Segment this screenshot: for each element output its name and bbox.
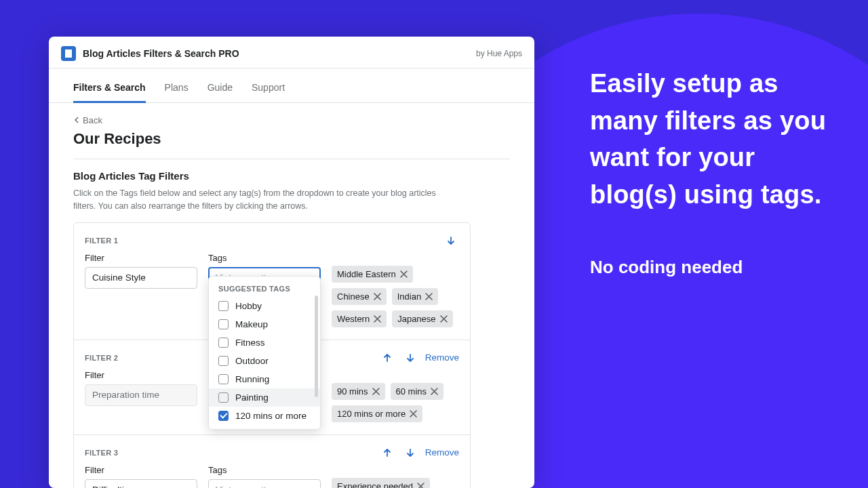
remove-tag-icon[interactable] xyxy=(440,315,448,323)
filter-name-input[interactable] xyxy=(85,267,197,289)
filter-number: FILTER 1 xyxy=(85,237,118,245)
remove-tag-icon[interactable] xyxy=(410,410,417,418)
suggested-tag-option[interactable]: Hobby xyxy=(209,297,320,315)
suggested-tag-option[interactable]: Makeup xyxy=(209,315,320,333)
filter-block-3: FILTER 3 Remove Filter Tags xyxy=(74,435,470,489)
tag-chip: Chinese xyxy=(332,288,387,305)
filter-name-input[interactable] xyxy=(85,479,197,489)
chip-label: 60 mins xyxy=(396,386,427,396)
chip-label: Indian xyxy=(397,291,421,302)
chip-label: Middle Eastern xyxy=(337,269,396,279)
app-title: Blog Articles Filters & Search PRO xyxy=(83,48,239,59)
tag-chip: Experience needed xyxy=(332,478,430,489)
tag-chip: Western xyxy=(332,310,387,327)
promo-headline: Easily setup as many filters as you want… xyxy=(590,65,834,214)
remove-tag-icon[interactable] xyxy=(431,388,438,395)
remove-filter-link[interactable]: Remove xyxy=(425,447,459,458)
suggested-tag-option[interactable]: 120 mins or more xyxy=(209,407,320,425)
tags-label: Tags xyxy=(208,253,321,263)
dropdown-scrollbar[interactable] xyxy=(315,296,318,397)
option-label: 120 mins or more xyxy=(235,411,307,421)
option-label: Makeup xyxy=(235,319,268,329)
checkbox[interactable] xyxy=(218,356,229,366)
back-link[interactable]: Back xyxy=(73,115,102,125)
remove-tag-icon[interactable] xyxy=(374,293,381,300)
tags-input[interactable] xyxy=(208,479,321,489)
chip-label: 120 mins or more xyxy=(337,409,406,419)
filter-name-input[interactable] xyxy=(85,384,197,406)
section-help: Click on the Tags field below and select… xyxy=(73,187,453,213)
app-card: Blog Articles Filters & Search PRO by Hu… xyxy=(49,37,534,488)
tab-plans[interactable]: Plans xyxy=(165,75,189,102)
filter-block-1: FILTER 1 Filter Tags SUGGESTED TAGS xyxy=(74,223,470,340)
move-down-button[interactable] xyxy=(402,445,418,461)
promo-sub: No coding needed xyxy=(590,257,834,278)
filter-label: Filter xyxy=(85,370,197,380)
option-label: Outdoor xyxy=(235,356,269,366)
suggested-tag-option[interactable]: Fitness xyxy=(209,333,320,352)
remove-tag-icon[interactable] xyxy=(374,315,381,323)
remove-tag-icon[interactable] xyxy=(425,293,433,300)
suggested-tags-dropdown: SUGGESTED TAGS HobbyMakeupFitnessOutdoor… xyxy=(208,276,321,430)
move-up-button[interactable] xyxy=(379,350,395,366)
remove-filter-link[interactable]: Remove xyxy=(425,352,459,363)
tags-label: Tags xyxy=(208,465,321,475)
tab-support[interactable]: Support xyxy=(252,75,285,102)
filter-number: FILTER 2 xyxy=(85,354,118,362)
remove-tag-icon[interactable] xyxy=(372,388,380,395)
suggested-tag-option[interactable]: Running xyxy=(209,370,320,388)
filter-label: Filter xyxy=(85,253,197,263)
chip-label: 90 mins xyxy=(337,386,368,396)
page-title: Our Recipes xyxy=(73,130,510,148)
option-label: Painting xyxy=(235,392,269,403)
option-label: Hobby xyxy=(235,301,262,311)
checkbox[interactable] xyxy=(218,338,229,348)
filters-container: FILTER 1 Filter Tags SUGGESTED TAGS xyxy=(73,222,471,489)
filter-number: FILTER 3 xyxy=(85,449,118,457)
suggested-tag-option[interactable]: Painting xyxy=(209,388,320,407)
filter-label: Filter xyxy=(85,465,197,475)
option-label: Running xyxy=(235,374,269,384)
topbar: Blog Articles Filters & Search PRO by Hu… xyxy=(49,37,534,68)
chevron-left-icon xyxy=(73,117,80,123)
promo-panel: Easily setup as many filters as you want… xyxy=(590,65,834,278)
tag-chip: Middle Eastern xyxy=(332,266,413,283)
app-by: by Hue Apps xyxy=(476,49,522,58)
tag-chip: Japanese xyxy=(392,310,452,327)
option-label: Fitness xyxy=(235,338,265,348)
tag-chip: Indian xyxy=(392,288,438,305)
section-title: Blog Articles Tag Filters xyxy=(73,170,510,182)
checkbox[interactable] xyxy=(218,392,229,403)
chip-label: Japanese xyxy=(397,314,435,324)
suggested-tag-option[interactable]: Outdoor xyxy=(209,352,320,370)
app-icon xyxy=(61,46,76,61)
tag-chip: 90 mins xyxy=(332,383,385,400)
tab-filters-search[interactable]: Filters & Search xyxy=(73,75,146,103)
dropdown-title: SUGGESTED TAGS xyxy=(209,281,320,297)
checkbox[interactable] xyxy=(218,319,229,329)
tag-chip: 60 mins xyxy=(391,383,444,400)
remove-tag-icon[interactable] xyxy=(417,483,425,489)
chip-label: Chinese xyxy=(337,291,370,302)
remove-tag-icon[interactable] xyxy=(400,270,408,278)
tag-chip: 120 mins or more xyxy=(332,405,422,422)
move-down-button[interactable] xyxy=(402,350,418,366)
checkbox[interactable] xyxy=(218,301,229,311)
chip-label: Experience needed xyxy=(337,481,413,489)
tab-guide[interactable]: Guide xyxy=(208,75,233,102)
checkbox[interactable] xyxy=(218,411,229,421)
move-down-button[interactable] xyxy=(443,232,459,249)
chip-label: Western xyxy=(337,314,370,324)
move-up-button[interactable] xyxy=(379,445,395,461)
checkbox[interactable] xyxy=(218,374,229,384)
back-label: Back xyxy=(83,115,102,125)
tabs: Filters & Search Plans Guide Support xyxy=(49,75,534,103)
